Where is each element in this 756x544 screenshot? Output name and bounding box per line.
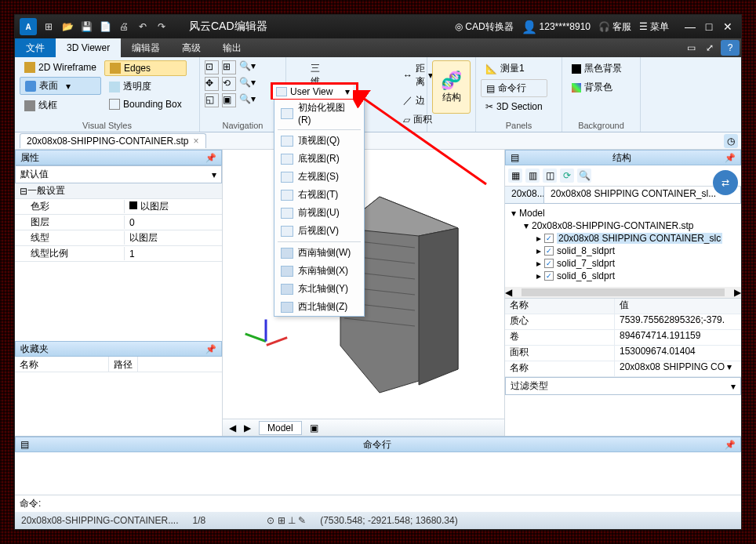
close-tab-icon[interactable]: × xyxy=(194,136,199,147)
pin-icon[interactable]: 📌 xyxy=(205,344,216,354)
zoom-in-icon[interactable]: 🔍▾ xyxy=(239,60,256,74)
tab-output[interactable]: 输出 xyxy=(212,38,253,57)
sheet-next-icon[interactable]: ▶ xyxy=(244,423,251,433)
open-icon[interactable]: 📂 xyxy=(60,20,75,34)
btn-transparency[interactable]: 透明度 xyxy=(104,78,187,95)
commandline-input[interactable]: 命令: xyxy=(15,495,741,512)
main-tabs: 文件 3D Viewer 编辑器 高级 输出 ▭ ⤢ ? xyxy=(15,38,741,57)
pin-tab-icon[interactable]: ◷ xyxy=(724,134,738,148)
view-dropdown-menu: 初始化视图(R) 顶视图(Q) 底视图(R) 左视图(S) 右视图(T) 前视图… xyxy=(274,98,365,317)
btn-commandline[interactable]: ▤命令行 xyxy=(481,79,547,97)
commandline-panel-header: ▤ 命令行📌 xyxy=(15,437,741,452)
converter-button[interactable]: ◎CAD转换器 xyxy=(455,20,513,34)
layout-icon[interactable]: ▭ xyxy=(681,38,700,57)
btn-bg-color[interactable]: 背景色 xyxy=(567,79,627,96)
model-space-tab[interactable]: Model xyxy=(259,421,302,435)
tab-3d-viewer[interactable]: 3D Viewer xyxy=(56,38,121,57)
fit-icon[interactable]: ◱ xyxy=(205,93,219,107)
group-panels: Panels xyxy=(481,119,557,130)
tab-advanced[interactable]: 高级 xyxy=(171,38,212,57)
favorites-panel-header: 收藏夹📌 xyxy=(15,341,222,357)
menu-bottom-view[interactable]: 底视图(R) xyxy=(274,150,364,168)
pin-icon[interactable]: 📌 xyxy=(205,153,216,163)
structure-panel-header: ▤ 结构📌 xyxy=(505,150,741,165)
menu-front-view[interactable]: 前视图(U) xyxy=(274,204,364,222)
region-icon[interactable]: ▣ xyxy=(222,93,236,107)
btn-3d-section[interactable]: ✂3D Section xyxy=(481,100,547,114)
export-icon[interactable]: 📄 xyxy=(98,20,112,34)
document-tab[interactable]: 20x08x08-SHIPPING-CONTAINER.stp× xyxy=(20,133,206,148)
app-title: 风云CAD编辑器 xyxy=(189,20,267,34)
sheet-prev-icon[interactable]: ◀ xyxy=(229,423,236,433)
pan-icon[interactable]: ✥ xyxy=(205,77,219,91)
tab-editor[interactable]: 编辑器 xyxy=(121,38,171,57)
btn-user-view[interactable]: User View▾ xyxy=(273,85,353,99)
tree-expand-icon[interactable]: ▦ xyxy=(508,169,522,183)
ribbon: 2D Wireframe 表面▾ 线框 Edges 透明度 Bounding B… xyxy=(15,57,741,132)
pin-icon[interactable]: 📌 xyxy=(725,440,736,450)
menu-init-view[interactable]: 初始化视图(R) xyxy=(274,99,364,128)
app-logo-icon: A xyxy=(20,18,37,35)
expand-icon[interactable]: ⤢ xyxy=(700,38,719,57)
filter-type-dropdown[interactable]: 过滤类型▾ xyxy=(505,377,741,395)
model-tree[interactable]: ▾Model ▾20x08x08-SHIPPING-CONTAINER.stp … xyxy=(505,204,741,287)
btn-measure1[interactable]: 📐测量1 xyxy=(481,60,547,77)
btn-bounding-box[interactable]: Bounding Box xyxy=(104,97,187,111)
tree-filter-icon[interactable]: ◫ xyxy=(543,169,557,183)
zoom-window-icon[interactable]: ⊞ xyxy=(222,60,236,74)
menu-top-view[interactable]: 顶视图(Q) xyxy=(274,132,364,150)
btn-structure[interactable]: 🧬结构 xyxy=(432,60,471,114)
btn-edges[interactable]: Edges xyxy=(104,60,187,76)
menu-nw-iso[interactable]: 西北轴侧(Z) xyxy=(274,298,364,316)
menu-back-view[interactable]: 后视图(V) xyxy=(274,222,364,240)
svg-marker-2 xyxy=(419,228,458,385)
properties-group-general[interactable]: ⊟ 一般设置 xyxy=(15,183,222,199)
zoom-reset-icon[interactable]: 🔍▾ xyxy=(239,93,256,107)
group-visual-styles: Visual Styles xyxy=(20,119,194,130)
tree-refresh-icon[interactable]: ⟳ xyxy=(560,169,574,183)
minimize-icon[interactable]: — xyxy=(681,18,699,35)
group-navigation: Navigation xyxy=(205,119,281,130)
properties-panel-header: 属性📌 xyxy=(15,150,222,165)
menu-right-view[interactable]: 右视图(T) xyxy=(274,186,364,204)
help-icon[interactable]: ? xyxy=(721,40,740,56)
btn-2d-wireframe[interactable]: 2D Wireframe xyxy=(20,60,101,74)
pin-icon[interactable]: 📌 xyxy=(725,153,736,163)
btn-wireframe[interactable]: 线框 xyxy=(20,97,101,114)
tree-search-icon[interactable]: 🔍 xyxy=(577,169,591,183)
menu-se-iso[interactable]: 东南轴侧(X) xyxy=(274,262,364,280)
tree-collapse-icon[interactable]: ▥ xyxy=(525,169,540,183)
document-tabs: 20x08x08-SHIPPING-CONTAINER.stp× ◷ xyxy=(15,132,741,150)
btn-surface[interactable]: 表面▾ xyxy=(20,77,101,95)
menu-ne-iso[interactable]: 东北轴侧(Y) xyxy=(274,280,364,298)
save-icon[interactable]: 💾 xyxy=(79,20,93,34)
print-icon[interactable]: 🖨 xyxy=(117,20,131,34)
properties-filter-dropdown[interactable]: 默认值▾ xyxy=(15,165,222,183)
maximize-icon[interactable]: □ xyxy=(700,18,718,35)
add-sheet-icon[interactable]: ▣ xyxy=(310,423,318,433)
status-bar: 20x08x08-SHIPPING-CONTAINER.... 1/8 ⊙ ⊞ … xyxy=(15,512,741,529)
rotate-icon[interactable]: ⟲ xyxy=(222,77,236,91)
group-background: Background xyxy=(567,119,635,130)
menu-button[interactable]: ☰菜单 xyxy=(639,20,669,34)
title-bar: A ⊞ 📂 💾 📄 🖨 ↶ ↷ 风云CAD编辑器 ◎CAD转换器 👤123***… xyxy=(15,15,741,38)
support-button[interactable]: 🎧客服 xyxy=(598,20,631,34)
redo-icon[interactable]: ↷ xyxy=(154,20,169,34)
close-icon[interactable]: ✕ xyxy=(719,18,736,35)
structure-tab-2[interactable]: 20x08x08 SHIPPING CONTAINER_sl... xyxy=(544,187,741,203)
zoom-extents-icon[interactable]: ⊡ xyxy=(205,60,219,74)
zoom-out-icon[interactable]: 🔍▾ xyxy=(239,77,256,91)
undo-icon[interactable]: ↶ xyxy=(136,20,150,34)
user-account[interactable]: 👤123****8910 xyxy=(522,20,591,34)
status-page: 1/8 xyxy=(193,515,206,526)
tab-file[interactable]: 文件 xyxy=(15,38,56,57)
status-coords: (7530.548; -2921.548; 13680.34) xyxy=(320,515,457,526)
btn-black-bg[interactable]: 黑色背景 xyxy=(567,60,627,77)
menu-left-view[interactable]: 左视图(S) xyxy=(274,168,364,186)
structure-tab-1[interactable]: 20x08... xyxy=(505,187,544,203)
tree-scrollbar[interactable]: ◀▶ xyxy=(505,287,741,298)
swap-badge-icon[interactable]: ⇄ xyxy=(713,170,738,195)
menu-sw-iso[interactable]: 西南轴侧(W) xyxy=(274,244,364,262)
new-icon[interactable]: ⊞ xyxy=(42,20,56,34)
status-file: 20x08x08-SHIPPING-CONTAINER.... xyxy=(21,515,179,526)
